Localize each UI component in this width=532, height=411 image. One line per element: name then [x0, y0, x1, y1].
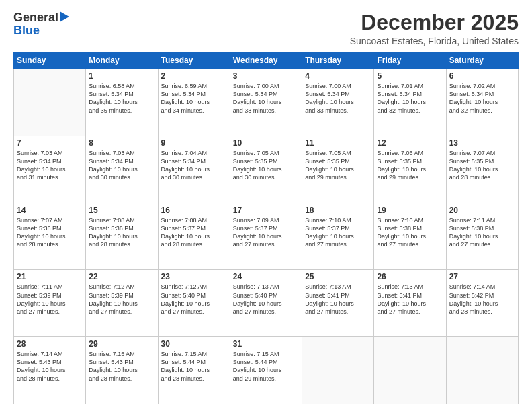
calendar-cell: 14Sunrise: 7:07 AM Sunset: 5:36 PM Dayli…: [14, 203, 86, 270]
day-info: Sunrise: 7:07 AM Sunset: 5:35 PM Dayligh…: [449, 149, 515, 182]
day-number: 26: [377, 272, 443, 281]
day-number: 29: [89, 339, 154, 349]
calendar-cell: [446, 337, 518, 404]
day-info: Sunrise: 7:01 AM Sunset: 5:34 PM Dayligh…: [377, 82, 443, 115]
day-info: Sunrise: 7:15 AM Sunset: 5:44 PM Dayligh…: [161, 350, 227, 383]
day-info: Sunrise: 7:02 AM Sunset: 5:34 PM Dayligh…: [449, 82, 515, 115]
day-info: Sunrise: 7:10 AM Sunset: 5:37 PM Dayligh…: [305, 216, 371, 249]
calendar-cell: 31Sunrise: 7:15 AM Sunset: 5:44 PM Dayli…: [230, 337, 302, 404]
header: General Blue December 2025 Suncoast Esta…: [13, 11, 519, 46]
col-wednesday: Wednesday: [230, 52, 302, 69]
day-number: 18: [305, 205, 371, 215]
calendar-cell: 11Sunrise: 7:05 AM Sunset: 5:35 PM Dayli…: [302, 136, 374, 203]
day-number: 12: [377, 138, 443, 148]
day-number: 5: [377, 71, 443, 81]
day-info: Sunrise: 7:13 AM Sunset: 5:40 PM Dayligh…: [233, 283, 299, 316]
day-number: 28: [17, 339, 83, 349]
day-info: Sunrise: 7:15 AM Sunset: 5:43 PM Dayligh…: [89, 350, 154, 383]
day-info: Sunrise: 6:59 AM Sunset: 5:34 PM Dayligh…: [161, 82, 227, 115]
calendar-cell: 13Sunrise: 7:07 AM Sunset: 5:35 PM Dayli…: [446, 136, 518, 203]
calendar-cell: 23Sunrise: 7:12 AM Sunset: 5:40 PM Dayli…: [158, 270, 230, 337]
calendar-cell: 2Sunrise: 6:59 AM Sunset: 5:34 PM Daylig…: [158, 69, 230, 136]
day-number: 30: [161, 339, 227, 349]
calendar-cell: 15Sunrise: 7:08 AM Sunset: 5:36 PM Dayli…: [86, 203, 158, 270]
calendar-cell: [302, 337, 374, 404]
day-number: 8: [89, 138, 154, 148]
day-number: 2: [161, 71, 227, 81]
calendar-cell: 3Sunrise: 7:00 AM Sunset: 5:34 PM Daylig…: [230, 69, 302, 136]
day-info: Sunrise: 7:09 AM Sunset: 5:37 PM Dayligh…: [233, 216, 299, 249]
calendar-cell: 26Sunrise: 7:13 AM Sunset: 5:41 PM Dayli…: [374, 270, 446, 337]
month-title: December 2025: [350, 11, 519, 34]
calendar-cell: 22Sunrise: 7:12 AM Sunset: 5:39 PM Dayli…: [86, 270, 158, 337]
day-number: 31: [233, 339, 299, 349]
calendar-cell: 8Sunrise: 7:03 AM Sunset: 5:34 PM Daylig…: [86, 136, 158, 203]
day-info: Sunrise: 7:00 AM Sunset: 5:34 PM Dayligh…: [305, 82, 371, 115]
day-number: 16: [161, 205, 227, 215]
day-number: 6: [449, 71, 515, 81]
day-info: Sunrise: 7:13 AM Sunset: 5:41 PM Dayligh…: [377, 283, 443, 316]
day-info: Sunrise: 7:06 AM Sunset: 5:35 PM Dayligh…: [377, 149, 443, 182]
calendar-cell: [374, 337, 446, 404]
day-number: 17: [233, 205, 299, 215]
day-number: 23: [161, 272, 227, 281]
calendar-cell: 27Sunrise: 7:14 AM Sunset: 5:42 PM Dayli…: [446, 270, 518, 337]
calendar-cell: 20Sunrise: 7:11 AM Sunset: 5:38 PM Dayli…: [446, 203, 518, 270]
col-thursday: Thursday: [302, 52, 374, 69]
day-number: 1: [89, 71, 154, 81]
day-info: Sunrise: 7:07 AM Sunset: 5:36 PM Dayligh…: [17, 216, 83, 249]
day-info: Sunrise: 7:08 AM Sunset: 5:37 PM Dayligh…: [161, 216, 227, 249]
day-info: Sunrise: 7:11 AM Sunset: 5:38 PM Dayligh…: [449, 216, 515, 249]
calendar-cell: 5Sunrise: 7:01 AM Sunset: 5:34 PM Daylig…: [374, 69, 446, 136]
day-info: Sunrise: 7:04 AM Sunset: 5:34 PM Dayligh…: [161, 149, 227, 182]
calendar-cell: 25Sunrise: 7:13 AM Sunset: 5:41 PM Dayli…: [302, 270, 374, 337]
day-number: 11: [305, 138, 371, 148]
calendar-cell: 19Sunrise: 7:10 AM Sunset: 5:38 PM Dayli…: [374, 203, 446, 270]
calendar-cell: 4Sunrise: 7:00 AM Sunset: 5:34 PM Daylig…: [302, 69, 374, 136]
calendar-cell: 9Sunrise: 7:04 AM Sunset: 5:34 PM Daylig…: [158, 136, 230, 203]
day-number: 24: [233, 272, 299, 281]
day-number: 7: [17, 138, 83, 148]
day-info: Sunrise: 7:03 AM Sunset: 5:34 PM Dayligh…: [17, 149, 83, 182]
day-number: 21: [17, 272, 83, 281]
logo-general: General: [13, 11, 58, 25]
calendar-cell: 10Sunrise: 7:05 AM Sunset: 5:35 PM Dayli…: [230, 136, 302, 203]
col-sunday: Sunday: [14, 52, 86, 69]
logo-blue: Blue: [13, 24, 40, 38]
calendar-cell: 16Sunrise: 7:08 AM Sunset: 5:37 PM Dayli…: [158, 203, 230, 270]
location: Suncoast Estates, Florida, United States: [350, 36, 519, 46]
col-tuesday: Tuesday: [158, 52, 230, 69]
day-info: Sunrise: 7:13 AM Sunset: 5:41 PM Dayligh…: [305, 283, 371, 316]
calendar-cell: 7Sunrise: 7:03 AM Sunset: 5:34 PM Daylig…: [14, 136, 86, 203]
calendar-table: Sunday Monday Tuesday Wednesday Thursday…: [13, 52, 519, 404]
day-info: Sunrise: 6:58 AM Sunset: 5:34 PM Dayligh…: [89, 82, 154, 115]
calendar-cell: 29Sunrise: 7:15 AM Sunset: 5:43 PM Dayli…: [86, 337, 158, 404]
day-info: Sunrise: 7:14 AM Sunset: 5:43 PM Dayligh…: [17, 350, 83, 383]
calendar-week-4: 21Sunrise: 7:11 AM Sunset: 5:39 PM Dayli…: [14, 270, 519, 337]
day-number: 3: [233, 71, 299, 81]
col-saturday: Saturday: [446, 52, 518, 69]
calendar-cell: 24Sunrise: 7:13 AM Sunset: 5:40 PM Dayli…: [230, 270, 302, 337]
day-info: Sunrise: 7:03 AM Sunset: 5:34 PM Dayligh…: [89, 149, 154, 182]
day-number: 20: [449, 205, 515, 215]
day-number: 9: [161, 138, 227, 148]
calendar-cell: 1Sunrise: 6:58 AM Sunset: 5:34 PM Daylig…: [86, 69, 158, 136]
day-number: 14: [17, 205, 83, 215]
calendar-week-3: 14Sunrise: 7:07 AM Sunset: 5:36 PM Dayli…: [14, 203, 519, 270]
logo-icon: [60, 11, 69, 22]
calendar-cell: [14, 69, 86, 136]
calendar-cell: 28Sunrise: 7:14 AM Sunset: 5:43 PM Dayli…: [14, 337, 86, 404]
calendar-week-5: 28Sunrise: 7:14 AM Sunset: 5:43 PM Dayli…: [14, 337, 519, 404]
calendar-cell: 30Sunrise: 7:15 AM Sunset: 5:44 PM Dayli…: [158, 337, 230, 404]
day-number: 22: [89, 272, 154, 281]
day-info: Sunrise: 7:05 AM Sunset: 5:35 PM Dayligh…: [233, 149, 299, 182]
col-monday: Monday: [86, 52, 158, 69]
day-info: Sunrise: 7:08 AM Sunset: 5:36 PM Dayligh…: [89, 216, 154, 249]
day-number: 19: [377, 205, 443, 215]
day-number: 15: [89, 205, 154, 215]
calendar-header-row: Sunday Monday Tuesday Wednesday Thursday…: [14, 52, 519, 69]
calendar-week-2: 7Sunrise: 7:03 AM Sunset: 5:34 PM Daylig…: [14, 136, 519, 203]
calendar-cell: 17Sunrise: 7:09 AM Sunset: 5:37 PM Dayli…: [230, 203, 302, 270]
col-friday: Friday: [374, 52, 446, 69]
day-number: 4: [305, 71, 371, 81]
